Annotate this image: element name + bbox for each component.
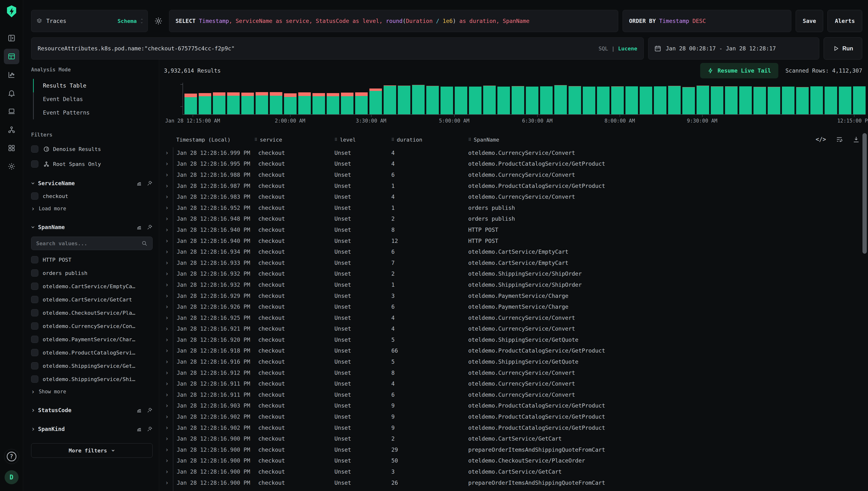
drag-handle-icon[interactable]: ⠿ bbox=[468, 137, 471, 142]
filter-toggle-root-spans-only[interactable]: Root Spans Only bbox=[31, 161, 153, 168]
chart-bar[interactable] bbox=[441, 87, 453, 114]
expand-chevron-icon[interactable]: › bbox=[159, 337, 173, 343]
download-icon[interactable] bbox=[852, 136, 860, 143]
chart-bar[interactable] bbox=[839, 87, 851, 114]
expand-chevron-icon[interactable]: › bbox=[159, 304, 173, 310]
chart-bar[interactable] bbox=[213, 92, 226, 114]
chart-bar[interactable] bbox=[498, 87, 510, 114]
chart-bar[interactable] bbox=[455, 87, 467, 114]
analysis-mode-item-event-patterns[interactable]: Event Patterns bbox=[33, 106, 153, 119]
expand-chevron-icon[interactable]: › bbox=[159, 325, 173, 332]
search-query-input[interactable]: ResourceAttributes.k8s.pod.name:"checkou… bbox=[31, 37, 644, 60]
table-row[interactable]: ›Jan 28 12:28:16.918 PMcheckoutUnset66ot… bbox=[159, 345, 868, 356]
checkbox[interactable] bbox=[31, 296, 38, 303]
chart-bar[interactable] bbox=[341, 93, 354, 114]
table-row[interactable]: ›Jan 28 12:28:16.925 PMcheckoutUnset4ote… bbox=[159, 312, 868, 323]
facet-option[interactable]: oteldemo.PaymentService/Char… bbox=[31, 336, 153, 343]
chart-bar[interactable] bbox=[711, 86, 723, 114]
chevron-right-icon[interactable]: › bbox=[31, 427, 35, 431]
checkbox[interactable] bbox=[31, 161, 38, 168]
chart-bar[interactable] bbox=[597, 87, 609, 114]
chevron-right-icon[interactable]: › bbox=[31, 408, 35, 413]
chart-bar[interactable] bbox=[796, 87, 809, 114]
expand-chevron-icon[interactable]: › bbox=[159, 282, 173, 288]
save-button[interactable]: Save bbox=[796, 10, 823, 32]
table-row[interactable]: ›Jan 28 12:28:16.903 PMcheckoutUnset9ote… bbox=[159, 400, 868, 411]
chart-bar[interactable] bbox=[725, 86, 738, 114]
expand-chevron-icon[interactable]: › bbox=[159, 182, 173, 189]
settings-gear-nav-icon[interactable] bbox=[4, 159, 19, 174]
chart-bar[interactable] bbox=[355, 92, 368, 114]
chart-bar[interactable] bbox=[739, 86, 752, 114]
facet-option[interactable]: orders publish bbox=[31, 269, 153, 277]
checkbox[interactable] bbox=[31, 193, 38, 200]
table-row[interactable]: ›Jan 28 12:28:16.900 PMcheckoutUnset53ot… bbox=[159, 488, 868, 491]
checkbox[interactable] bbox=[31, 269, 38, 277]
chart-bar[interactable] bbox=[810, 86, 823, 114]
table-row[interactable]: ›Jan 28 12:28:16.932 PMcheckoutUnset1ote… bbox=[159, 279, 868, 290]
table-row[interactable]: ›Jan 28 12:28:16.952 PMcheckoutUnset1ord… bbox=[159, 202, 868, 213]
facet-chart-icon[interactable] bbox=[136, 224, 142, 230]
chart-bar[interactable] bbox=[668, 86, 681, 114]
expand-chevron-icon[interactable]: › bbox=[159, 270, 173, 277]
table-row[interactable]: ›Jan 28 12:28:16.900 PMcheckoutUnset2ote… bbox=[159, 433, 868, 444]
expand-chevron-icon[interactable]: › bbox=[159, 392, 173, 398]
chart-bar[interactable] bbox=[483, 86, 496, 114]
chart-bar[interactable] bbox=[682, 87, 695, 114]
expand-chevron-icon[interactable]: › bbox=[159, 446, 173, 453]
chart-bar[interactable] bbox=[469, 87, 481, 114]
chart-bar[interactable] bbox=[398, 86, 410, 114]
facet-option[interactable]: checkout bbox=[31, 193, 153, 200]
table-row[interactable]: ›Jan 28 12:28:16.929 PMcheckoutUnset3ote… bbox=[159, 290, 868, 301]
chart-bar[interactable] bbox=[569, 86, 581, 114]
checkbox[interactable] bbox=[31, 309, 38, 316]
table-row[interactable]: ›Jan 28 12:28:16.934 PMcheckoutUnset6ote… bbox=[159, 246, 868, 257]
expand-chevron-icon[interactable]: › bbox=[159, 227, 173, 233]
chart-bar[interactable] bbox=[526, 87, 538, 114]
expand-chevron-icon[interactable]: › bbox=[159, 435, 173, 442]
chart-bar[interactable] bbox=[384, 85, 396, 114]
table-row[interactable]: ›Jan 28 12:28:16.912 PMcheckoutUnset8ote… bbox=[159, 367, 868, 378]
chart-bar[interactable] bbox=[270, 92, 282, 114]
facet-icons[interactable] bbox=[136, 407, 153, 413]
table-row[interactable]: ›Jan 28 12:28:16.995 PMcheckoutUnset4ote… bbox=[159, 158, 868, 170]
expand-chevron-icon[interactable]: › bbox=[159, 315, 173, 321]
chart-bar[interactable] bbox=[768, 87, 780, 114]
facet-pin-icon[interactable] bbox=[147, 224, 153, 230]
checkbox[interactable] bbox=[31, 283, 38, 290]
chevron-down-icon[interactable]: › bbox=[31, 181, 35, 185]
facet-option[interactable]: oteldemo.CheckoutService/Pla… bbox=[31, 309, 153, 316]
checkbox[interactable] bbox=[31, 362, 38, 370]
table-row[interactable]: ›Jan 28 12:28:16.987 PMcheckoutUnset1ote… bbox=[159, 180, 868, 192]
expand-chevron-icon[interactable]: › bbox=[159, 215, 173, 222]
facet-option[interactable]: oteldemo.ProductCatalogServi… bbox=[31, 349, 153, 356]
source-select[interactable]: Traces Schema ›› bbox=[31, 10, 148, 32]
chart-bar[interactable] bbox=[782, 87, 795, 114]
chart-bar[interactable] bbox=[611, 86, 624, 114]
collapse-sidebar-icon[interactable] bbox=[4, 30, 19, 46]
chart-bar[interactable] bbox=[654, 86, 666, 114]
alerts-bell-nav-icon[interactable] bbox=[4, 85, 19, 101]
resume-live-tail-button[interactable]: Resume Live Tail bbox=[700, 63, 778, 78]
table-row[interactable]: ›Jan 28 12:28:16.988 PMcheckoutUnset6ote… bbox=[159, 169, 868, 180]
table-row[interactable]: ›Jan 28 12:28:16.921 PMcheckoutUnset4ote… bbox=[159, 323, 868, 335]
table-row[interactable]: ›Jan 28 12:28:16.911 PMcheckoutUnset6ote… bbox=[159, 389, 868, 400]
chart-bar[interactable] bbox=[256, 92, 268, 114]
checkbox[interactable] bbox=[31, 336, 38, 343]
filter-toggle-denoise-results[interactable]: Denoise Results bbox=[31, 145, 153, 153]
facet-spanname-label[interactable]: SpanName bbox=[38, 224, 65, 230]
facet-option[interactable]: HTTP POST bbox=[31, 256, 153, 263]
chart-bar[interactable] bbox=[199, 93, 211, 114]
table-row[interactable]: ›Jan 28 12:28:16.933 PMcheckoutUnset7ote… bbox=[159, 257, 868, 268]
chart-bar[interactable] bbox=[540, 86, 552, 114]
chart-bar[interactable] bbox=[426, 86, 439, 114]
drag-handle-icon[interactable]: ⠿ bbox=[255, 137, 257, 142]
facet-option[interactable]: oteldemo.CartService/GetCart bbox=[31, 296, 153, 303]
table-row[interactable]: ›Jan 28 12:28:16.900 PMcheckoutUnset26pr… bbox=[159, 477, 868, 488]
facet-search-input[interactable]: Search values... bbox=[31, 237, 153, 250]
facet-spankind-label[interactable]: SpanKind bbox=[38, 426, 65, 432]
drag-handle-icon[interactable]: ⠿ bbox=[334, 137, 337, 142]
expand-chevron-icon[interactable]: › bbox=[159, 161, 173, 167]
app-logo-icon[interactable] bbox=[5, 5, 18, 18]
sql-select-input[interactable]: SELECT Timestamp, ServiceName as service… bbox=[169, 10, 618, 32]
